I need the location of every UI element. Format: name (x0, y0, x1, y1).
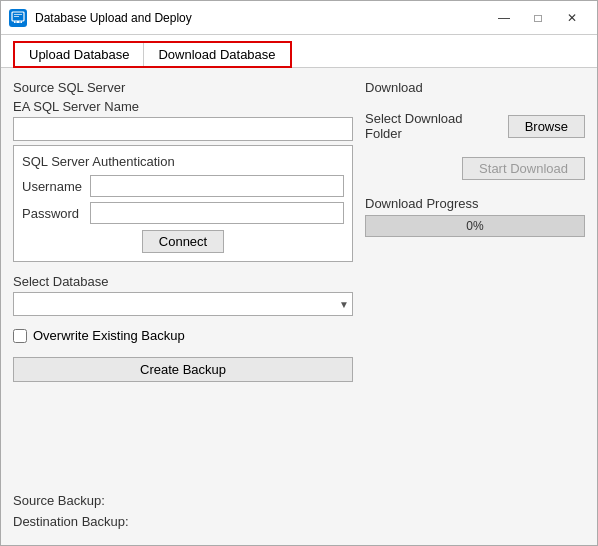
tab-group: Upload Database Download Database (13, 41, 292, 68)
username-input[interactable] (90, 175, 344, 197)
svg-rect-4 (14, 14, 22, 15)
select-db-section: Select Database ▼ (13, 274, 353, 316)
svg-rect-1 (14, 21, 22, 23)
progress-section: Download Progress 0% (365, 196, 585, 237)
left-panel: Source SQL Server EA SQL Server Name SQL… (13, 80, 353, 533)
tab-bar: Upload Database Download Database (1, 35, 597, 68)
ea-sql-server-field: EA SQL Server Name (13, 99, 353, 141)
browse-button[interactable]: Browse (508, 115, 585, 138)
select-folder-label: Select Download Folder (365, 111, 500, 141)
database-dropdown-wrapper: ▼ (13, 292, 353, 316)
password-input[interactable] (90, 202, 344, 224)
destination-backup-text: Destination Backup: (13, 512, 353, 533)
app-icon (9, 9, 27, 27)
progress-text: 0% (466, 219, 483, 233)
title-bar: Database Upload and Deploy — □ ✕ (1, 1, 597, 35)
start-download-row: Start Download (365, 155, 585, 180)
source-sql-server-section: Source SQL Server EA SQL Server Name SQL… (13, 80, 353, 262)
overwrite-label: Overwrite Existing Backup (33, 328, 185, 343)
select-db-label: Select Database (13, 274, 353, 289)
source-backup-text: Source Backup: (13, 491, 353, 512)
auth-box: SQL Server Authentication Username Passw… (13, 145, 353, 262)
window-title: Database Upload and Deploy (35, 11, 479, 25)
backup-info: Source Backup: Destination Backup: (13, 483, 353, 533)
main-content: Source SQL Server EA SQL Server Name SQL… (1, 68, 597, 545)
browse-row: Select Download Folder Browse (365, 111, 585, 141)
connect-btn-row: Connect (22, 230, 344, 253)
right-panel: Download Select Download Folder Browse S… (365, 80, 585, 533)
progress-bar: 0% (365, 215, 585, 237)
ea-sql-server-label: EA SQL Server Name (13, 99, 353, 114)
source-sql-server-label: Source SQL Server (13, 80, 353, 95)
tab-upload[interactable]: Upload Database (15, 43, 144, 66)
overwrite-row: Overwrite Existing Backup (13, 328, 353, 343)
window-controls: — □ ✕ (487, 4, 589, 32)
username-row: Username (22, 175, 344, 197)
auth-box-label: SQL Server Authentication (22, 154, 344, 169)
download-label: Download (365, 80, 585, 95)
password-label: Password (22, 206, 84, 221)
maximize-button[interactable]: □ (521, 4, 555, 32)
connect-button[interactable]: Connect (142, 230, 224, 253)
download-progress-label: Download Progress (365, 196, 585, 211)
password-row: Password (22, 202, 344, 224)
tab-download[interactable]: Download Database (144, 43, 289, 66)
create-backup-button[interactable]: Create Backup (13, 357, 353, 382)
ea-sql-server-input[interactable] (13, 117, 353, 141)
start-download-button[interactable]: Start Download (462, 157, 585, 180)
overwrite-checkbox[interactable] (13, 329, 27, 343)
app-window: Database Upload and Deploy — □ ✕ Upload … (0, 0, 598, 546)
username-label: Username (22, 179, 84, 194)
svg-rect-5 (14, 16, 19, 17)
minimize-button[interactable]: — (487, 4, 521, 32)
close-button[interactable]: ✕ (555, 4, 589, 32)
database-dropdown[interactable] (13, 292, 353, 316)
